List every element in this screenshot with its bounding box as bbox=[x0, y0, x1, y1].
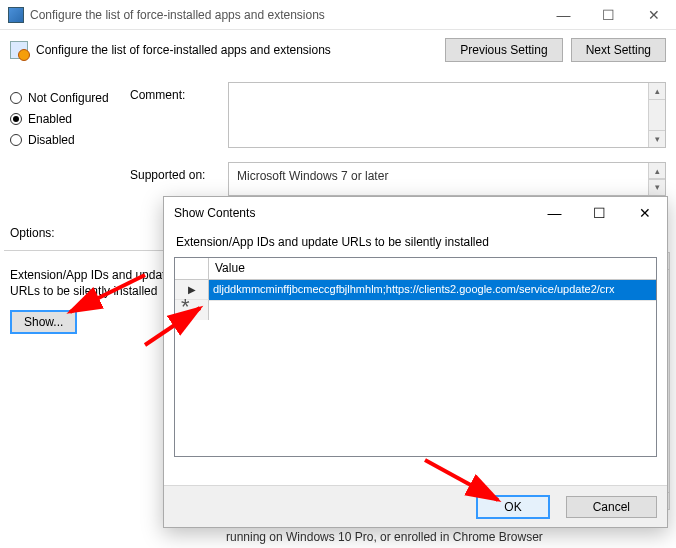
value-column-header: Value bbox=[209, 258, 656, 279]
scroll-down-icon[interactable]: ▾ bbox=[649, 178, 665, 195]
values-grid[interactable]: Value ▶ dljddkmmcminffjbcmeccgfbjlhmhlm;… bbox=[174, 257, 657, 457]
policy-state-group: Not Configured Enabled Disabled bbox=[10, 84, 120, 154]
radio-icon bbox=[10, 134, 22, 146]
radio-disabled[interactable]: Disabled bbox=[10, 133, 120, 147]
close-button[interactable]: ✕ bbox=[631, 0, 676, 30]
header-title: Configure the list of force-installed ap… bbox=[36, 43, 437, 57]
radio-icon bbox=[10, 113, 22, 125]
dialog-close-button[interactable]: ✕ bbox=[622, 197, 667, 229]
scroll-down-icon[interactable]: ▾ bbox=[649, 130, 665, 147]
grid-row-new[interactable] bbox=[175, 300, 656, 320]
grid-header: Value bbox=[175, 258, 656, 280]
next-setting-button[interactable]: Next Setting bbox=[571, 38, 666, 62]
dialog-maximize-button[interactable]: ☐ bbox=[577, 197, 622, 229]
grid-row-1[interactable]: ▶ dljddkmmcminffjbcmeccgfbjlhmhlm;https:… bbox=[175, 280, 656, 300]
window-title: Configure the list of force-installed ap… bbox=[30, 8, 541, 22]
help-text-fragment: running on Windows 10 Pro, or enrolled i… bbox=[226, 530, 543, 544]
cancel-button[interactable]: Cancel bbox=[566, 496, 657, 518]
row-header-column bbox=[175, 258, 209, 279]
ok-button[interactable]: OK bbox=[476, 495, 549, 519]
show-button[interactable]: Show... bbox=[10, 310, 77, 334]
dialog-window-controls: — ☐ ✕ bbox=[532, 197, 667, 229]
dialog-title: Show Contents bbox=[174, 206, 532, 220]
main-titlebar: Configure the list of force-installed ap… bbox=[0, 0, 676, 30]
header-row: Configure the list of force-installed ap… bbox=[0, 30, 676, 72]
radio-label: Enabled bbox=[28, 112, 72, 126]
app-icon bbox=[8, 7, 24, 23]
comment-scrollbar[interactable]: ▴ ▾ bbox=[648, 83, 665, 147]
options-label: Options: bbox=[10, 226, 55, 240]
dialog-button-row: OK Cancel bbox=[164, 485, 667, 527]
scroll-up-icon[interactable]: ▴ bbox=[649, 83, 665, 100]
value-cell[interactable]: dljddkmmcminffjbcmeccgfbjlhmhlm;https://… bbox=[209, 280, 656, 300]
dialog-titlebar: Show Contents — ☐ ✕ bbox=[164, 197, 667, 229]
radio-icon bbox=[10, 92, 22, 104]
supported-on-value: Microsoft Windows 7 or later bbox=[237, 169, 388, 183]
minimize-button[interactable]: — bbox=[541, 0, 586, 30]
radio-enabled[interactable]: Enabled bbox=[10, 112, 120, 126]
comment-textarea[interactable]: ▴ ▾ bbox=[228, 82, 666, 148]
radio-label: Disabled bbox=[28, 133, 75, 147]
supported-scrollbar[interactable]: ▴ ▾ bbox=[648, 163, 665, 195]
new-row-indicator-icon bbox=[175, 300, 209, 320]
supported-on-label: Supported on: bbox=[130, 168, 205, 182]
comment-label: Comment: bbox=[130, 88, 185, 102]
maximize-button[interactable]: ☐ bbox=[586, 0, 631, 30]
options-field-label: Extension/App IDs and update URLs to be … bbox=[10, 267, 180, 299]
value-cell-empty[interactable] bbox=[209, 300, 656, 320]
radio-not-configured[interactable]: Not Configured bbox=[10, 91, 120, 105]
supported-on-field: Microsoft Windows 7 or later ▴ ▾ bbox=[228, 162, 666, 196]
dialog-minimize-button[interactable]: — bbox=[532, 197, 577, 229]
show-contents-dialog: Show Contents — ☐ ✕ Extension/App IDs an… bbox=[163, 196, 668, 528]
window-controls: — ☐ ✕ bbox=[541, 0, 676, 30]
policy-icon bbox=[10, 41, 28, 59]
radio-label: Not Configured bbox=[28, 91, 109, 105]
previous-setting-button[interactable]: Previous Setting bbox=[445, 38, 562, 62]
dialog-subtitle: Extension/App IDs and update URLs to be … bbox=[164, 229, 667, 257]
